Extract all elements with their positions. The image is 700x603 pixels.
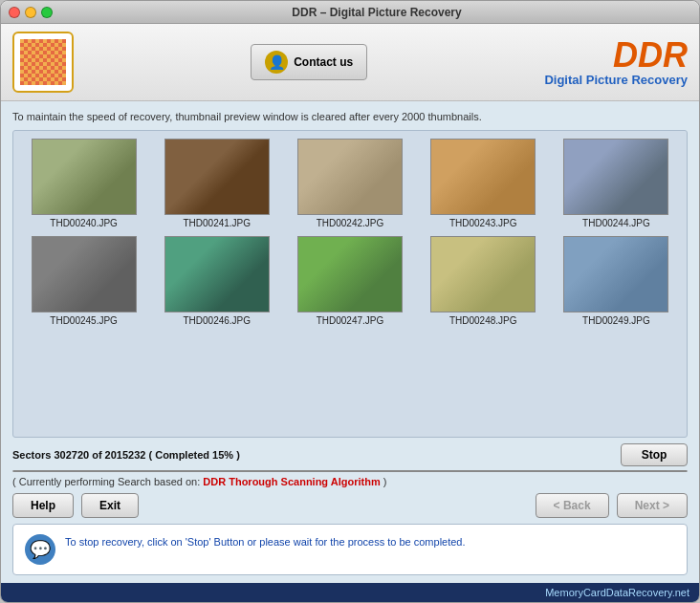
window-title: DDR – Digital Picture Recovery	[62, 6, 691, 19]
thumbnail-grid: THD00240.JPGTHD00241.JPGTHD00242.JPGTHD0…	[21, 139, 679, 326]
thumbnail-label: THD00247.JPG	[317, 315, 384, 326]
close-button[interactable]	[9, 7, 20, 18]
progress-row: Sectors 302720 of 2015232 ( Completed 15…	[12, 443, 688, 466]
thumbnail-item: THD00244.JPG	[554, 139, 679, 228]
app-logo	[12, 32, 74, 93]
ddr-logo: DDR Digital Picture Recovery	[544, 38, 688, 87]
footer: MemoryCardDataRecovery.net	[1, 583, 699, 602]
thumbnail-label: THD00243.JPG	[449, 218, 517, 228]
thumbnail-image[interactable]	[164, 139, 270, 215]
ddr-subtitle-text: Digital Picture Recovery	[544, 73, 688, 87]
main-content: To maintain the speed of recovery, thumb…	[1, 101, 699, 583]
progress-area: Sectors 302720 of 2015232 ( Completed 15…	[12, 443, 688, 487]
thumbnail-item: THD00246.JPG	[154, 236, 279, 326]
bottom-buttons: Help Exit < Back Next >	[12, 493, 688, 518]
thumbnail-label: THD00240.JPG	[50, 218, 118, 228]
message-text: To stop recovery, click on 'Stop' Button…	[65, 534, 466, 550]
contact-label: Contact us	[294, 55, 353, 69]
scanning-text: ( Currently performing Search based on: …	[12, 476, 688, 487]
thumbnail-item: THD00240.JPG	[21, 139, 146, 228]
scanning-suffix: )	[381, 476, 387, 487]
thumbnail-item: THD00248.JPG	[421, 236, 546, 326]
help-button[interactable]: Help	[12, 493, 74, 518]
thumbnail-image[interactable]	[430, 139, 536, 215]
message-icon: 💬	[25, 534, 55, 565]
thumbnail-image[interactable]	[32, 139, 137, 215]
thumbnail-label: THD00248.JPG	[449, 315, 517, 326]
thumbnail-item: THD00245.JPG	[21, 236, 146, 326]
title-bar: DDR – Digital Picture Recovery	[1, 1, 699, 24]
thumbnail-image[interactable]	[164, 236, 270, 312]
thumbnail-image[interactable]	[32, 236, 137, 312]
thumbnail-item: THD00241.JPG	[154, 139, 279, 228]
maximize-button[interactable]	[41, 7, 53, 18]
scanning-prefix: ( Currently performing Search based on:	[12, 476, 203, 487]
scanning-algo: DDR Thorough Scanning Algorithm	[203, 476, 380, 487]
thumbnail-label: THD00244.JPG	[582, 218, 650, 228]
thumbnail-item: THD00247.JPG	[287, 236, 412, 326]
thumbnail-item: THD00243.JPG	[421, 139, 546, 228]
contact-icon: 👤	[265, 51, 288, 74]
contact-button[interactable]: 👤 Contact us	[251, 44, 367, 80]
main-window: DDR – Digital Picture Recovery 👤 Contact…	[0, 0, 700, 603]
thumbnail-image[interactable]	[297, 236, 403, 312]
progress-bar-container	[12, 470, 688, 472]
thumbnail-image[interactable]	[297, 139, 403, 215]
thumbnail-label: THD00242.JPG	[317, 218, 384, 228]
exit-button[interactable]: Exit	[81, 493, 139, 518]
thumbnail-area: THD00240.JPGTHD00241.JPGTHD00242.JPGTHD0…	[12, 130, 688, 438]
minimize-button[interactable]	[25, 7, 36, 18]
thumbnail-label: THD00246.JPG	[183, 315, 251, 326]
thumbnail-label: THD00245.JPG	[50, 315, 118, 326]
thumbnail-item: THD00249.JPG	[554, 236, 679, 326]
notice-text: To maintain the speed of recovery, thumb…	[12, 109, 688, 124]
window-controls	[9, 7, 53, 18]
thumbnail-item: THD00242.JPG	[287, 139, 412, 228]
header: 👤 Contact us DDR Digital Picture Recover…	[1, 24, 699, 101]
footer-text: MemoryCardDataRecovery.net	[545, 587, 689, 598]
thumbnail-image[interactable]	[563, 139, 668, 215]
message-area: 💬 To stop recovery, click on 'Stop' Butt…	[12, 524, 688, 575]
thumbnail-label: THD00241.JPG	[183, 218, 251, 228]
next-button[interactable]: Next >	[617, 493, 688, 518]
ddr-title-text: DDR	[544, 38, 688, 73]
back-button[interactable]: < Back	[536, 493, 609, 518]
thumbnail-image[interactable]	[430, 236, 536, 312]
thumbnail-image[interactable]	[563, 236, 668, 312]
stop-button[interactable]: Stop	[621, 443, 688, 466]
thumbnail-label: THD00249.JPG	[582, 315, 650, 326]
sectors-text: Sectors 302720 of 2015232 ( Completed 15…	[12, 449, 613, 461]
logo-pattern	[20, 39, 66, 85]
